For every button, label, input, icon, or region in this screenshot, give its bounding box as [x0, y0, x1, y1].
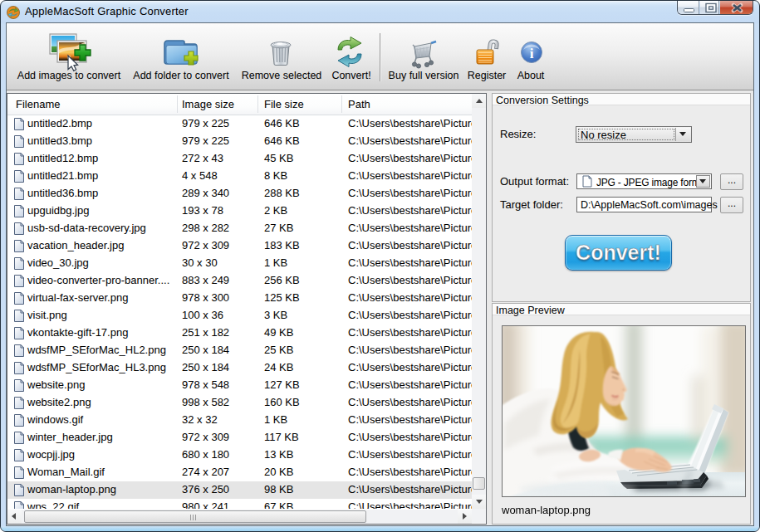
svg-text:i: i: [530, 46, 534, 61]
